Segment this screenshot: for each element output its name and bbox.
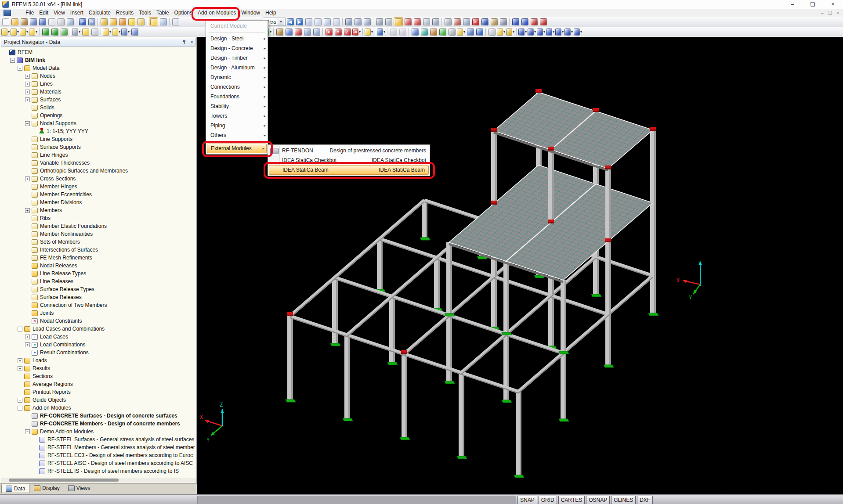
menu-item-piping[interactable]: Piping▸ [206, 121, 268, 131]
tree-item-fe-mesh-refinements[interactable]: FE Mesh Refinements [1, 254, 195, 262]
tree-item-load-cases[interactable]: +Load Cases [1, 333, 195, 341]
dimension-xx-icon[interactable] [81, 28, 90, 36]
result-tiles-icon[interactable]: ▾ [457, 28, 465, 36]
plane-xz-icon[interactable] [413, 18, 421, 26]
grid-settings-icon[interactable] [422, 18, 431, 26]
open-folder-icon[interactable] [11, 18, 19, 26]
tree-item-loads[interactable]: +Loads [1, 356, 195, 364]
mesh-manual-icon[interactable] [375, 18, 384, 26]
chevron-down-icon[interactable]: ▾ [553, 30, 554, 34]
child-restore-button[interactable]: ❏ [828, 10, 832, 16]
tree-item-joints[interactable]: Joints [1, 309, 195, 317]
load-case-flag-2-icon[interactable] [521, 18, 529, 26]
tree-item-variable-thicknesses[interactable]: Variable Thicknesses [1, 159, 195, 167]
tree-item-load-combinations[interactable]: +Load Combinations [1, 341, 195, 349]
status-button-snap[interactable]: SNAP [517, 496, 537, 504]
plane-yz-icon[interactable] [404, 18, 412, 26]
delete-icon[interactable]: × [471, 18, 480, 26]
tree-item-intersections-of-surfaces[interactable]: Intersections of Surfaces [1, 246, 195, 254]
tree-item-line-release-types[interactable]: Line Release Types [1, 270, 195, 277]
renumber-icon[interactable] [171, 18, 180, 26]
redo-icon[interactable]: ↷ [87, 18, 96, 26]
regenerate-icon[interactable] [118, 18, 127, 26]
options-icon[interactable] [490, 18, 498, 26]
collapse-icon[interactable]: − [25, 429, 30, 434]
section-cut-icon[interactable] [448, 28, 456, 36]
load-case-flag-1-icon[interactable] [511, 18, 520, 26]
rotate-view-icon[interactable] [453, 18, 461, 26]
mesh-grid-icon[interactable] [384, 18, 393, 26]
visibility-6-icon[interactable]: ▾ [564, 28, 573, 36]
new-solid-icon[interactable] [130, 28, 139, 36]
tree-item-member-nonlinearities[interactable]: Member Nonlinearities [1, 230, 195, 238]
view-y-icon[interactable]: Y [334, 28, 342, 36]
visibility-5-icon[interactable]: ▾ [555, 28, 564, 36]
status-button-cartes[interactable]: CARTES [558, 496, 585, 504]
tree-item-sets-of-members[interactable]: Sets of Members [1, 238, 195, 246]
tree-item-connection-of-two-members[interactable]: Connection of Two Members [1, 301, 195, 309]
tree-item-results[interactable]: +Results [1, 364, 195, 372]
chevron-down-icon[interactable]: ▾ [534, 30, 536, 34]
menubar-item-calculate[interactable]: Calculate [87, 9, 113, 17]
child-close-button[interactable]: × [837, 10, 839, 16]
table-apply-icon[interactable] [354, 18, 362, 26]
visibility-1-icon[interactable]: ▾ [518, 28, 527, 36]
tree-item-surfaces[interactable]: +Surfaces [1, 96, 195, 104]
menu-item-dynamic[interactable]: Dynamic▸ [206, 73, 268, 83]
collapse-icon[interactable]: − [25, 121, 30, 126]
export-model-icon[interactable] [29, 18, 37, 26]
chevron-down-icon[interactable]: ▾ [384, 30, 385, 34]
table-import-icon[interactable] [363, 18, 371, 26]
tables-toggle-icon[interactable] [159, 18, 167, 26]
new-surface-icon[interactable]: ▾ [103, 28, 111, 36]
chevron-down-icon[interactable]: ▾ [36, 30, 37, 34]
collapse-icon[interactable]: − [18, 406, 22, 410]
tree-item-rf-concrete-surfaces-design-of-concrete-[interactable]: RF-CONCRETE Surfaces - Design of concret… [1, 412, 195, 420]
minimize-button[interactable]: – [782, 0, 803, 9]
visibility-7-icon[interactable]: ▾ [574, 28, 582, 36]
tree-item-rf-steel-is-design-of-steel-members-acco[interactable]: RF-STEEL IS - Design of steel members ac… [1, 467, 195, 475]
menubar-item-table[interactable]: Table [154, 9, 171, 17]
edit-polygon-icon[interactable] [100, 18, 108, 26]
tree-item-cross-sections[interactable]: +Cross-Sections [1, 175, 195, 183]
close-button[interactable]: × [823, 0, 843, 9]
tree-item-guide-objects[interactable]: +Guide Objects [1, 396, 195, 404]
visibility-4-icon[interactable]: ▾ [546, 28, 554, 36]
panel-close-icon[interactable]: × [190, 39, 193, 45]
print-preview-icon[interactable] [66, 18, 74, 26]
menubar-item-options[interactable]: Options [172, 9, 195, 17]
tree-item-line-supports[interactable]: Line Supports [1, 135, 195, 143]
color-scale-icon[interactable]: ▾ [506, 28, 514, 36]
expand-icon[interactable]: + [18, 366, 22, 371]
menubar-item-insert[interactable]: Insert [68, 9, 86, 17]
menubar-item-results[interactable]: Results [114, 9, 136, 17]
measure-icon[interactable] [344, 18, 353, 26]
tab-views[interactable]: Views [64, 484, 94, 492]
tree-item-member-eccentricities[interactable]: Member Eccentricities [1, 191, 195, 198]
display-mode-icon[interactable]: ▾ [365, 28, 373, 36]
status-button-glines[interactable]: GLINES [611, 496, 636, 504]
undo-icon[interactable]: ↶ [78, 18, 87, 26]
scrollbar-thumb[interactable] [9, 479, 119, 482]
tree-item-demo-add-on-modules[interactable]: −Demo Add-on Modules [1, 428, 195, 436]
pin-icon[interactable] [182, 40, 187, 45]
insert-node-icon[interactable]: ▾ [1, 28, 10, 36]
contour-plot-1-icon[interactable] [420, 28, 428, 36]
zoom-cart-icon[interactable] [275, 28, 284, 36]
tree-item-bim-link[interactable]: −BIM link [1, 56, 195, 64]
tab-data[interactable]: Data [1, 484, 29, 493]
menubar-item-help[interactable]: Help [263, 9, 279, 17]
tree-item-member-divisions[interactable]: Member Divisions [1, 198, 195, 206]
collapse-icon[interactable]: − [18, 327, 22, 331]
tree-item-nodal-supports[interactable]: −Nodal Supports [1, 119, 195, 127]
menu-item-design-concrete[interactable]: Design - Concrete▸ [206, 44, 268, 54]
chevron-down-icon[interactable]: ▾ [463, 30, 465, 34]
chevron-down-icon[interactable]: ▾ [270, 30, 271, 34]
new-opening-icon[interactable]: ▾ [112, 28, 120, 36]
tree-item-line-releases[interactable]: Line Releases [1, 277, 195, 285]
status-button-osnap[interactable]: OSNAP [586, 496, 610, 504]
chevron-down-icon[interactable]: ▾ [26, 30, 28, 34]
tree-item-add-on-modules[interactable]: −Add-on Modules [1, 404, 195, 412]
tree-item-materials[interactable]: +Materials [1, 88, 195, 96]
status-button-dxf[interactable]: DXF [637, 496, 653, 504]
